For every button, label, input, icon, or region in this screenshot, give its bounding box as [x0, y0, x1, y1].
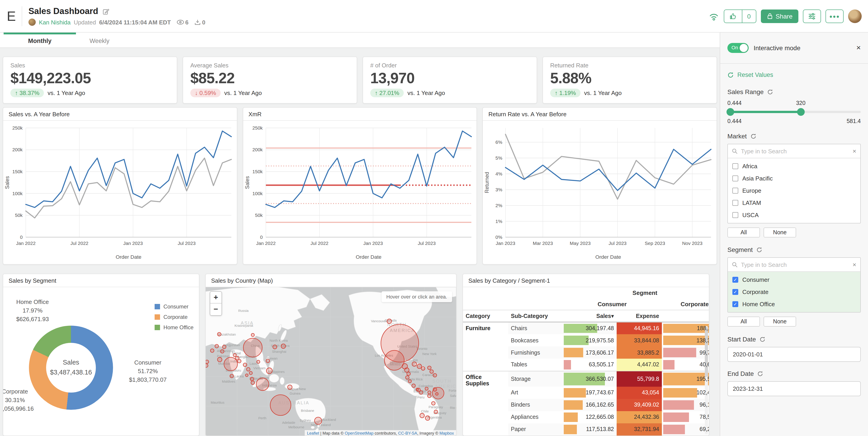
segment-none-button[interactable]: None	[764, 317, 796, 326]
map-sales-bubble[interactable]	[281, 344, 286, 348]
map-sales-bubble[interactable]	[430, 370, 433, 373]
map-sales-bubble[interactable]	[428, 366, 431, 370]
map-sales-bubble[interactable]	[251, 333, 254, 337]
checkbox-item[interactable]: ✓Corporate	[728, 286, 860, 298]
map-sales-bubble[interactable]	[267, 368, 272, 374]
map-sales-bubble[interactable]	[408, 380, 411, 383]
checkbox[interactable]	[733, 188, 738, 194]
col-sales-corporate[interactable]: Sales	[662, 310, 709, 322]
map-sales-bubble[interactable]	[238, 359, 241, 363]
more-options-button[interactable]: ●●●	[826, 9, 844, 23]
refresh-market-icon[interactable]	[750, 133, 756, 139]
map-sales-bubble[interactable]	[428, 391, 431, 394]
segment-all-button[interactable]: All	[727, 317, 760, 326]
sales-line-chart[interactable]: Jan 2022Jul 2022Jan 2023Jul 2023050k100k…	[3, 121, 237, 264]
market-all-button[interactable]: All	[727, 228, 760, 237]
map-sales-bubble[interactable]	[270, 395, 291, 416]
xmr-control-chart[interactable]: Jan 2022Jul 2022Jan 2023Jul 2023050k100k…	[243, 121, 476, 264]
return-rate-line-chart[interactable]: Jan 2023Mar 2023May 2023Jul 2023Sep 2023…	[483, 121, 717, 264]
map-sales-bubble[interactable]	[432, 402, 435, 405]
share-button[interactable]: Share	[761, 9, 798, 23]
checkbox[interactable]	[733, 163, 738, 169]
map-sales-bubble[interactable]	[257, 360, 260, 364]
table-row[interactable]: Appliances122,665.0824,432.3678,596.73	[463, 411, 709, 423]
table-row[interactable]: Art197,743.6743,054102,412.39	[463, 386, 709, 399]
refresh-segment-icon[interactable]	[756, 247, 762, 253]
col-expense[interactable]: Expense	[617, 310, 662, 322]
checkbox-item[interactable]: ✓Home Office	[728, 298, 860, 310]
map-sales-bubble[interactable]	[420, 413, 424, 418]
refresh-start-date-icon[interactable]	[760, 336, 765, 342]
map-sales-bubble[interactable]	[251, 381, 254, 384]
edit-title-icon[interactable]	[103, 8, 110, 15]
map-sales-bubble[interactable]	[434, 410, 438, 414]
map-sales-bubble[interactable]	[230, 374, 234, 378]
map-sales-bubble[interactable]	[412, 362, 416, 366]
map-sales-bubble[interactable]	[217, 332, 221, 336]
map-sales-bubble[interactable]	[433, 387, 437, 391]
reset-values-button[interactable]: Reset Values	[727, 71, 861, 78]
table-row[interactable]: Furnishings173,606.1733,885.299,784.89	[463, 346, 709, 359]
checkbox-item[interactable]: Asia Pacific	[728, 172, 860, 184]
map-sales-bubble[interactable]	[405, 368, 409, 372]
map-canvas[interactable]: RussiaKrasnoyarskKazakhstanKyrgyzstanAfg…	[206, 287, 456, 436]
map-sales-bubble[interactable]	[266, 359, 270, 363]
close-sidebar-icon[interactable]: ×	[856, 43, 861, 53]
market-search-input[interactable]	[741, 148, 849, 154]
map-sales-bubble[interactable]	[233, 353, 237, 357]
map-sales-bubble[interactable]	[315, 417, 322, 425]
table-row[interactable]: Binders166,162.6539,409.0296,131.69	[463, 399, 709, 411]
checkbox[interactable]	[733, 200, 738, 206]
author-link[interactable]: Kan Nishida	[39, 19, 70, 26]
user-avatar[interactable]	[848, 9, 862, 23]
map-sales-bubble[interactable]	[206, 360, 209, 364]
map-sales-bubble[interactable]	[243, 363, 247, 367]
map-sales-bubble[interactable]	[428, 394, 431, 398]
checkbox-item[interactable]: Africa	[728, 160, 860, 172]
map-sales-bubble[interactable]	[250, 377, 254, 381]
map-sales-bubble[interactable]	[384, 350, 404, 371]
end-date-input[interactable]	[727, 381, 861, 396]
market-none-button[interactable]: None	[764, 228, 796, 237]
checkbox[interactable]	[733, 212, 738, 218]
checkbox-item[interactable]: ✓Consumer	[728, 273, 860, 286]
map-sales-bubble[interactable]	[215, 344, 219, 348]
checkbox-item[interactable]: USCA	[728, 209, 860, 221]
tab-monthly[interactable]: Monthly	[4, 33, 76, 48]
map-sales-bubble[interactable]	[417, 364, 422, 369]
map-sales-bubble[interactable]	[246, 368, 250, 371]
checkbox-item[interactable]: LATAM	[728, 197, 860, 209]
map-sales-bubble[interactable]	[436, 393, 438, 395]
refresh-sales-range-icon[interactable]	[767, 89, 773, 95]
table-row[interactable]: FurnitureChairs304,197.4844,945.16188,11…	[463, 322, 709, 334]
map-sales-bubble[interactable]	[249, 372, 252, 375]
map-sales-bubble[interactable]	[405, 376, 409, 379]
map-sales-bubble[interactable]	[224, 357, 238, 371]
table-row[interactable]: Paper117,513.8232,731.9469,203.77	[463, 423, 709, 435]
segment-search-input[interactable]	[741, 261, 849, 268]
table-row[interactable]: Bookcases219,975.5833,844.08138,352.25	[463, 334, 709, 346]
app-logo[interactable]: E	[0, 8, 22, 24]
map-sales-bubble[interactable]	[220, 350, 224, 353]
checkbox[interactable]: ✓	[733, 277, 738, 283]
map-sales-bubble[interactable]	[246, 374, 248, 377]
map-zoom-in-button[interactable]: +	[210, 292, 221, 303]
checkbox[interactable]	[733, 175, 738, 181]
map-sales-bubble[interactable]	[417, 388, 421, 392]
map-sales-bubble[interactable]	[273, 345, 277, 349]
map-sales-bubble[interactable]	[425, 387, 428, 390]
slider-handle-max[interactable]	[797, 108, 805, 116]
table-row[interactable]: Office SuppliesStorage366,530.0755,799.8…	[463, 371, 709, 386]
like-button[interactable]	[724, 10, 742, 22]
map-zoom-out-button[interactable]: −	[210, 303, 221, 315]
map-sales-bubble[interactable]	[426, 416, 430, 420]
map-sales-bubble[interactable]	[421, 367, 425, 371]
map-sales-bubble[interactable]	[433, 373, 437, 377]
col-sales-consumer[interactable]: Sales▾	[562, 310, 617, 322]
interactive-mode-toggle[interactable]: On	[727, 43, 749, 53]
map-sales-bubble[interactable]	[407, 372, 410, 376]
author-avatar[interactable]	[29, 19, 36, 26]
world-map[interactable]: RussiaKrasnoyarskKazakhstanKyrgyzstanAfg…	[206, 287, 456, 436]
start-date-input[interactable]	[727, 347, 861, 362]
map-sales-bubble[interactable]	[387, 319, 392, 324]
